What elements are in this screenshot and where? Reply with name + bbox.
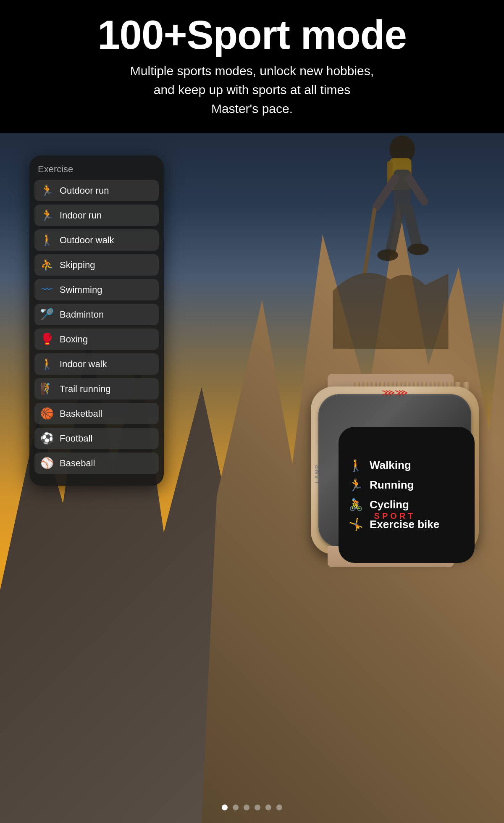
boxing-name: Boxing [60, 334, 88, 345]
baseball-name: Baseball [60, 458, 95, 469]
walking-watch-icon: 🚶 [349, 458, 363, 472]
main-title: 100+Sport mode [25, 13, 479, 57]
svg-line-8 [376, 178, 395, 207]
exercise-item-trail-running[interactable]: 🧗 Trail running [34, 378, 159, 400]
exercise-item-indoor-run[interactable]: 🏃 Indoor run [34, 205, 159, 226]
watch-sport-walking: 🚶 Walking [349, 458, 465, 472]
subtitle-line2: and keep up with sports at all times [154, 83, 351, 97]
watch-sport-cycling: 🚴 Cycling [349, 498, 465, 512]
panel-label: Exercise [34, 164, 159, 175]
baseball-icon: ⚾ [40, 457, 54, 470]
indoor-run-name: Indoor run [60, 210, 102, 221]
exercise-item-football[interactable]: ⚽ Football [34, 428, 159, 449]
wing-logo: ⋙⋙ [382, 387, 408, 398]
dot-1[interactable] [233, 805, 239, 810]
indoor-walk-icon: 🚶 [40, 358, 54, 371]
watch-body: ⋙⋙ LAMP POWER [307, 370, 483, 571]
badminton-name: Badminton [60, 309, 104, 320]
header: 100+Sport mode Multiple sports modes, un… [0, 0, 504, 133]
running-watch-icon: 🏃 [349, 478, 363, 492]
boxing-icon: 🥊 [40, 333, 54, 346]
badminton-icon: 🏸 [40, 308, 54, 321]
subtitle-line3: Master's pace. [211, 102, 293, 116]
trail-running-name: Trail running [60, 384, 110, 394]
exercise-item-outdoor-run[interactable]: 🏃 Outdoor run [34, 180, 159, 201]
walking-watch-name: Walking [370, 459, 411, 472]
exercise-item-basketball[interactable]: 🏀 Basketball [34, 403, 159, 424]
watch-display: 🚶 Walking 🏃 Running 🚴 Cycling 🤸 Exercise… [339, 427, 475, 563]
cycling-watch-icon: 🚴 [349, 498, 363, 512]
watch-container: ⋙⋙ LAMP POWER [307, 370, 483, 571]
football-name: Football [60, 433, 92, 444]
svg-line-10 [365, 210, 374, 273]
subtitle: Multiple sports modes, unlock new hobbie… [25, 61, 479, 118]
watch-sport-running: 🏃 Running [349, 478, 465, 492]
outdoor-walk-name: Outdoor walk [60, 235, 114, 246]
dot-5[interactable] [276, 805, 282, 810]
indoor-run-icon: 🏃 [40, 209, 54, 222]
exercise-panel: Exercise 🏃 Outdoor run 🏃 Indoor run 🚶 Ou… [29, 155, 164, 486]
exercise-item-skipping[interactable]: ⛹ Skipping [34, 254, 159, 276]
trail-running-icon: 🧗 [40, 382, 54, 395]
svg-line-4 [391, 209, 399, 250]
dot-2[interactable] [244, 805, 249, 810]
exercise-bike-watch-icon: 🤸 [349, 518, 363, 531]
indoor-walk-name: Indoor walk [60, 359, 107, 370]
hiker-silhouette [328, 118, 454, 349]
svg-point-7 [408, 244, 429, 255]
exercise-item-indoor-walk[interactable]: 🚶 Indoor walk [34, 353, 159, 375]
football-icon: ⚽ [40, 432, 54, 445]
dot-3[interactable] [255, 805, 260, 810]
exercise-item-swimming[interactable]: 〰 Swimming [34, 279, 159, 300]
dot-0[interactable] [222, 805, 228, 810]
svg-line-5 [408, 209, 417, 245]
exercise-list: 🏃 Outdoor run 🏃 Indoor run 🚶 Outdoor wal… [34, 180, 159, 474]
basketball-icon: 🏀 [40, 407, 54, 420]
skipping-name: Skipping [60, 260, 95, 271]
cycling-watch-name: Cycling [370, 498, 409, 511]
skipping-icon: ⛹ [40, 258, 54, 271]
sport-label: SPORT [374, 511, 416, 521]
exercise-item-baseball[interactable]: ⚾ Baseball [34, 452, 159, 474]
watch-bezel: 🚶 Walking 🏃 Running 🚴 Cycling 🤸 Exercise… [318, 394, 471, 547]
running-watch-name: Running [370, 479, 414, 492]
svg-line-9 [409, 178, 424, 201]
swimming-name: Swimming [60, 284, 102, 295]
basketball-name: Basketball [60, 408, 102, 419]
exercise-item-badminton[interactable]: 🏸 Badminton [34, 304, 159, 325]
exercise-item-outdoor-walk[interactable]: 🚶 Outdoor walk [34, 229, 159, 251]
outdoor-walk-icon: 🚶 [40, 234, 54, 247]
outdoor-run-name: Outdoor run [60, 185, 109, 196]
subtitle-line1: Multiple sports modes, unlock new hobbie… [130, 64, 374, 78]
exercise-item-boxing[interactable]: 🥊 Boxing [34, 329, 159, 350]
dot-4[interactable] [265, 805, 271, 810]
outdoor-run-icon: 🏃 [40, 184, 54, 197]
swimming-icon: 〰 [40, 283, 54, 296]
watch-screen: 🚶 Walking 🏃 Running 🚴 Cycling 🤸 Exercise… [339, 427, 475, 563]
svg-point-6 [377, 250, 398, 261]
dots-indicator [0, 805, 504, 810]
